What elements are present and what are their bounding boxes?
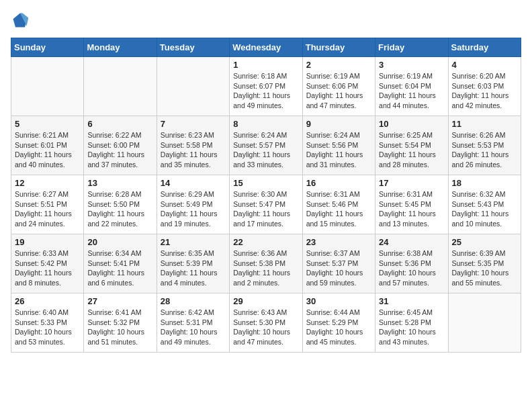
calendar-cell: 11Sunrise: 6:26 AM Sunset: 5:53 PM Dayli…: [448, 116, 521, 175]
day-detail: Sunrise: 6:34 AM Sunset: 5:41 PM Dayligh…: [87, 248, 152, 288]
day-number: 5: [15, 119, 80, 129]
day-detail: Sunrise: 6:19 AM Sunset: 6:06 PM Dayligh…: [306, 71, 371, 111]
day-detail: Sunrise: 6:31 AM Sunset: 5:46 PM Dayligh…: [306, 189, 371, 229]
calendar-cell: 25Sunrise: 6:39 AM Sunset: 5:35 PM Dayli…: [448, 234, 521, 293]
day-detail: Sunrise: 6:45 AM Sunset: 5:28 PM Dayligh…: [379, 308, 444, 347]
calendar-cell: 8Sunrise: 6:24 AM Sunset: 5:57 PM Daylig…: [230, 116, 302, 175]
day-detail: Sunrise: 6:18 AM Sunset: 6:07 PM Dayligh…: [233, 71, 298, 111]
day-number: 21: [161, 237, 226, 247]
calendar-cell: 10Sunrise: 6:25 AM Sunset: 5:54 PM Dayli…: [375, 116, 448, 175]
day-number: 15: [233, 178, 298, 188]
day-number: 17: [379, 178, 444, 188]
calendar-week-row: 5Sunrise: 6:21 AM Sunset: 6:01 PM Daylig…: [11, 116, 521, 175]
calendar-cell: 27Sunrise: 6:41 AM Sunset: 5:32 PM Dayli…: [84, 293, 157, 353]
calendar-cell: 20Sunrise: 6:34 AM Sunset: 5:41 PM Dayli…: [84, 234, 157, 293]
calendar-cell: 14Sunrise: 6:29 AM Sunset: 5:49 PM Dayli…: [157, 175, 229, 234]
day-detail: Sunrise: 6:24 AM Sunset: 5:57 PM Dayligh…: [233, 130, 298, 170]
logo-icon: [11, 11, 30, 30]
calendar-cell: 18Sunrise: 6:32 AM Sunset: 5:43 PM Dayli…: [448, 175, 521, 234]
day-number: 10: [379, 119, 444, 129]
day-number: 18: [452, 178, 517, 188]
day-number: 6: [87, 119, 152, 129]
day-detail: Sunrise: 6:38 AM Sunset: 5:36 PM Dayligh…: [379, 248, 444, 288]
calendar-week-row: 12Sunrise: 6:27 AM Sunset: 5:51 PM Dayli…: [11, 175, 521, 234]
day-number: 25: [452, 237, 517, 247]
day-number: 7: [161, 119, 226, 129]
weekday-header-row: SundayMondayTuesdayWednesdayThursdayFrid…: [11, 38, 521, 57]
day-detail: Sunrise: 6:31 AM Sunset: 5:45 PM Dayligh…: [379, 189, 444, 229]
day-number: 22: [233, 237, 298, 247]
calendar-cell: 22Sunrise: 6:36 AM Sunset: 5:38 PM Dayli…: [230, 234, 302, 293]
weekday-header: Wednesday: [230, 38, 302, 57]
day-number: 20: [87, 237, 152, 247]
day-detail: Sunrise: 6:44 AM Sunset: 5:29 PM Dayligh…: [306, 308, 371, 347]
day-detail: Sunrise: 6:25 AM Sunset: 5:54 PM Dayligh…: [379, 130, 444, 170]
day-number: 2: [306, 60, 371, 70]
day-detail: Sunrise: 6:40 AM Sunset: 5:33 PM Dayligh…: [15, 308, 80, 347]
day-detail: Sunrise: 6:32 AM Sunset: 5:43 PM Dayligh…: [452, 189, 517, 229]
day-detail: Sunrise: 6:21 AM Sunset: 6:01 PM Dayligh…: [15, 130, 80, 170]
page-header: [11, 11, 521, 30]
calendar-cell: 12Sunrise: 6:27 AM Sunset: 5:51 PM Dayli…: [11, 175, 84, 234]
day-number: 27: [87, 296, 152, 306]
calendar-cell: 29Sunrise: 6:43 AM Sunset: 5:30 PM Dayli…: [230, 293, 302, 353]
day-number: 13: [87, 178, 152, 188]
calendar-cell: 26Sunrise: 6:40 AM Sunset: 5:33 PM Dayli…: [11, 293, 84, 353]
day-detail: Sunrise: 6:26 AM Sunset: 5:53 PM Dayligh…: [452, 130, 517, 170]
weekday-header: Friday: [375, 38, 448, 57]
calendar-cell: 9Sunrise: 6:24 AM Sunset: 5:56 PM Daylig…: [302, 116, 375, 175]
day-detail: Sunrise: 6:41 AM Sunset: 5:32 PM Dayligh…: [87, 308, 152, 347]
weekday-header: Sunday: [11, 38, 84, 57]
calendar-cell: 15Sunrise: 6:30 AM Sunset: 5:47 PM Dayli…: [230, 175, 302, 234]
calendar-cell: 4Sunrise: 6:20 AM Sunset: 6:03 PM Daylig…: [448, 57, 521, 116]
calendar-table: SundayMondayTuesdayWednesdayThursdayFrid…: [11, 38, 521, 353]
calendar-cell: 2Sunrise: 6:19 AM Sunset: 6:06 PM Daylig…: [302, 57, 375, 116]
day-number: 24: [379, 237, 444, 247]
day-number: 1: [233, 60, 298, 70]
calendar-cell: [11, 57, 84, 116]
day-number: 8: [233, 119, 298, 129]
day-number: 19: [15, 237, 80, 247]
day-detail: Sunrise: 6:43 AM Sunset: 5:30 PM Dayligh…: [233, 308, 298, 347]
calendar-cell: [84, 57, 157, 116]
day-number: 30: [306, 296, 371, 306]
day-detail: Sunrise: 6:29 AM Sunset: 5:49 PM Dayligh…: [161, 189, 226, 229]
day-detail: Sunrise: 6:42 AM Sunset: 5:31 PM Dayligh…: [161, 308, 226, 347]
calendar-cell: 21Sunrise: 6:35 AM Sunset: 5:39 PM Dayli…: [157, 234, 229, 293]
calendar-cell: 30Sunrise: 6:44 AM Sunset: 5:29 PM Dayli…: [302, 293, 375, 353]
calendar-cell: 19Sunrise: 6:33 AM Sunset: 5:42 PM Dayli…: [11, 234, 84, 293]
calendar-week-row: 19Sunrise: 6:33 AM Sunset: 5:42 PM Dayli…: [11, 234, 521, 293]
calendar-cell: 16Sunrise: 6:31 AM Sunset: 5:46 PM Dayli…: [302, 175, 375, 234]
day-number: 29: [233, 296, 298, 306]
calendar-cell: 5Sunrise: 6:21 AM Sunset: 6:01 PM Daylig…: [11, 116, 84, 175]
calendar-cell: 23Sunrise: 6:37 AM Sunset: 5:37 PM Dayli…: [302, 234, 375, 293]
day-number: 16: [306, 178, 371, 188]
day-detail: Sunrise: 6:22 AM Sunset: 6:00 PM Dayligh…: [87, 130, 152, 170]
day-detail: Sunrise: 6:35 AM Sunset: 5:39 PM Dayligh…: [161, 248, 226, 288]
calendar-cell: 31Sunrise: 6:45 AM Sunset: 5:28 PM Dayli…: [375, 293, 448, 353]
day-detail: Sunrise: 6:33 AM Sunset: 5:42 PM Dayligh…: [15, 248, 80, 288]
calendar-week-row: 1Sunrise: 6:18 AM Sunset: 6:07 PM Daylig…: [11, 57, 521, 116]
day-detail: Sunrise: 6:30 AM Sunset: 5:47 PM Dayligh…: [233, 189, 298, 229]
day-detail: Sunrise: 6:20 AM Sunset: 6:03 PM Dayligh…: [452, 71, 517, 111]
day-detail: Sunrise: 6:24 AM Sunset: 5:56 PM Dayligh…: [306, 130, 371, 170]
day-number: 4: [452, 60, 517, 70]
weekday-header: Tuesday: [157, 38, 229, 57]
calendar-cell: 24Sunrise: 6:38 AM Sunset: 5:36 PM Dayli…: [375, 234, 448, 293]
day-number: 26: [15, 296, 80, 306]
weekday-header: Monday: [84, 38, 157, 57]
day-detail: Sunrise: 6:39 AM Sunset: 5:35 PM Dayligh…: [452, 248, 517, 288]
calendar-cell: 1Sunrise: 6:18 AM Sunset: 6:07 PM Daylig…: [230, 57, 302, 116]
day-number: 3: [379, 60, 444, 70]
calendar-cell: 7Sunrise: 6:23 AM Sunset: 5:58 PM Daylig…: [157, 116, 229, 175]
day-number: 28: [161, 296, 226, 306]
day-detail: Sunrise: 6:37 AM Sunset: 5:37 PM Dayligh…: [306, 248, 371, 288]
calendar-cell: [448, 293, 521, 353]
day-detail: Sunrise: 6:36 AM Sunset: 5:38 PM Dayligh…: [233, 248, 298, 288]
day-number: 31: [379, 296, 444, 306]
day-detail: Sunrise: 6:28 AM Sunset: 5:50 PM Dayligh…: [87, 189, 152, 229]
calendar-cell: [157, 57, 229, 116]
calendar-cell: 13Sunrise: 6:28 AM Sunset: 5:50 PM Dayli…: [84, 175, 157, 234]
calendar-cell: 6Sunrise: 6:22 AM Sunset: 6:00 PM Daylig…: [84, 116, 157, 175]
calendar-cell: 17Sunrise: 6:31 AM Sunset: 5:45 PM Dayli…: [375, 175, 448, 234]
